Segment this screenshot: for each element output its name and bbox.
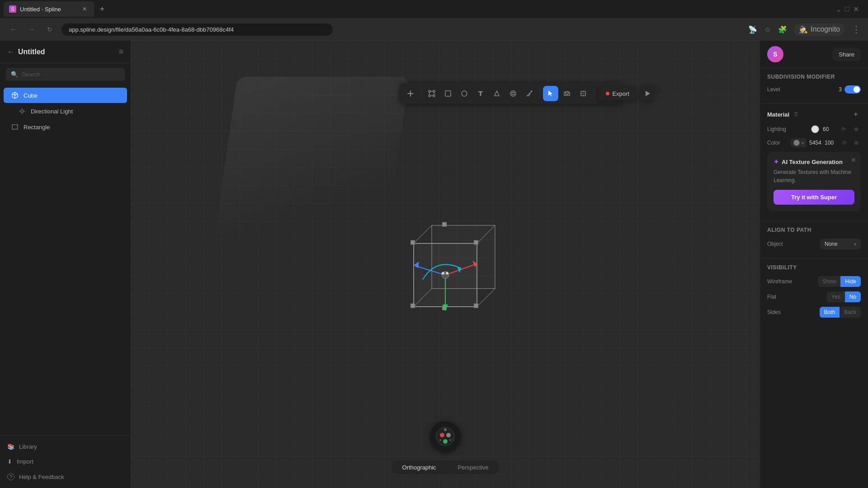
- scene-item-directional-light[interactable]: Directional Light: [4, 103, 127, 119]
- sidebar-footer: 📚 Library ⬇ Import ? Help & Feedback: [0, 435, 131, 488]
- scene-item-rectangle[interactable]: Rectangle: [4, 119, 127, 135]
- svg-point-13: [512, 92, 514, 95]
- material-add-button[interactable]: +: [851, 109, 861, 119]
- library-item[interactable]: 📚 Library: [0, 439, 131, 454]
- cast-icon[interactable]: 📡: [748, 25, 757, 34]
- bookmark-icon[interactable]: ☆: [764, 25, 771, 34]
- wireframe-show-option[interactable]: Show: [818, 276, 840, 287]
- visibility-section: Visibility Wireframe Show Hide Flat Yes …: [760, 258, 868, 328]
- share-button[interactable]: Share: [832, 48, 861, 61]
- color-swatch-button[interactable]: ▾: [791, 138, 807, 147]
- cube-3d[interactable]: [382, 203, 509, 331]
- restore-control[interactable]: □: [845, 5, 849, 13]
- user-avatar[interactable]: S: [767, 46, 783, 62]
- color-opacity: 100: [825, 140, 837, 146]
- svg-point-45: [439, 439, 441, 441]
- torus-tool-button[interactable]: [505, 86, 521, 101]
- svg-point-42: [446, 433, 451, 437]
- new-tab-button[interactable]: +: [96, 3, 108, 15]
- svg-point-46: [449, 439, 451, 441]
- menu-dots-icon[interactable]: ⋮: [852, 24, 861, 35]
- extensions-icon[interactable]: 🧩: [778, 25, 787, 34]
- text-tool-button[interactable]: [473, 86, 488, 101]
- forward-nav-button[interactable]: →: [25, 23, 38, 36]
- tab-bar: S Untitled · Spline ✕ + ⌄ □ ✕: [0, 0, 868, 18]
- sides-label: Sides: [767, 309, 781, 315]
- sidebar: ← Untitled ≡ 🔍 Cube: [0, 41, 131, 488]
- perspective-view-button[interactable]: Perspective: [447, 460, 500, 474]
- tab-close-button[interactable]: ✕: [80, 5, 89, 13]
- url-input[interactable]: [61, 23, 333, 36]
- align-path-section: Align To Path Object None ▾: [760, 221, 868, 258]
- orthographic-view-button[interactable]: Orthographic: [391, 460, 447, 474]
- toolbar-divider-2: [540, 89, 540, 99]
- library-label: Library: [19, 443, 37, 450]
- back-nav-button[interactable]: ←: [7, 23, 20, 36]
- select-tool-button[interactable]: [543, 86, 558, 101]
- cone-tool-button[interactable]: [489, 86, 505, 101]
- camera-tool-button[interactable]: [559, 86, 575, 101]
- svg-point-44: [444, 428, 447, 431]
- pen-tool-button[interactable]: [522, 86, 537, 101]
- transform-tool-button[interactable]: [424, 86, 439, 101]
- rect-tool-button[interactable]: [440, 86, 456, 101]
- svg-point-7: [433, 90, 435, 92]
- sidebar-menu-button[interactable]: ≡: [118, 47, 123, 56]
- lighting-reset-button[interactable]: ⟳: [839, 125, 848, 134]
- wireframe-row: Wireframe Show Hide: [767, 276, 861, 287]
- play-button[interactable]: [640, 86, 656, 101]
- ai-card-close-button[interactable]: ✕: [851, 156, 856, 164]
- align-dropdown-chevron: ▾: [854, 242, 856, 247]
- active-tab[interactable]: S Untitled · Spline ✕: [4, 1, 94, 17]
- color-link-button[interactable]: ⊕: [852, 138, 861, 147]
- export-button[interactable]: Export: [599, 87, 637, 100]
- flat-no-option[interactable]: No: [845, 291, 861, 302]
- canvas-area[interactable]: 233% Export: [131, 41, 760, 488]
- sides-back-option[interactable]: Back: [840, 307, 861, 318]
- svg-rect-24: [410, 240, 415, 245]
- lighting-value: 60: [823, 126, 835, 132]
- lighting-link-button[interactable]: ⊕: [852, 125, 861, 134]
- toolbar-inner: 233%: [399, 83, 623, 104]
- wireframe-hide-option[interactable]: Hide: [840, 276, 861, 287]
- search-icon: 🔍: [11, 71, 18, 78]
- flat-yes-option[interactable]: Yes: [827, 291, 845, 302]
- close-control[interactable]: ✕: [853, 5, 859, 14]
- align-object-dropdown[interactable]: None ▾: [820, 239, 861, 249]
- lighting-color-dot[interactable]: [811, 125, 819, 133]
- color-value: 5454: [809, 140, 822, 146]
- cube-icon: [11, 91, 19, 99]
- toolbar-divider-3: [594, 89, 594, 99]
- circle-tool-button[interactable]: [457, 86, 472, 101]
- svg-rect-28: [442, 222, 447, 227]
- help-item[interactable]: ? Help & Feedback: [0, 469, 131, 484]
- export-status-dot: [606, 92, 609, 95]
- add-tool-button[interactable]: [403, 86, 418, 101]
- ai-card-title: ✦ AI Texture Generation: [774, 158, 854, 165]
- sidebar-back-button[interactable]: ←: [7, 48, 14, 56]
- camera-orientation-control[interactable]: [430, 421, 461, 452]
- search-input[interactable]: [22, 71, 120, 78]
- toolbar-divider-1: [421, 89, 421, 99]
- svg-point-6: [429, 90, 430, 92]
- level-toggle[interactable]: [844, 85, 861, 94]
- try-super-button[interactable]: Try it with Super: [774, 190, 854, 205]
- wireframe-label: Wireframe: [767, 278, 792, 285]
- level-label: Level: [767, 86, 780, 93]
- minimize-control[interactable]: ⌄: [835, 5, 841, 14]
- sides-both-option[interactable]: Both: [820, 307, 840, 318]
- svg-rect-26: [410, 304, 415, 308]
- scene-item-cube[interactable]: Cube: [4, 88, 127, 103]
- align-object-value: None: [825, 241, 838, 247]
- rect-icon: [11, 123, 19, 131]
- reload-button[interactable]: ↻: [43, 23, 56, 36]
- ai-title-text: AI Texture Generation: [782, 159, 843, 165]
- svg-rect-25: [474, 240, 478, 245]
- search-box: 🔍: [5, 68, 125, 81]
- color-label: Color: [767, 140, 780, 146]
- crop-tool-button[interactable]: [576, 86, 591, 101]
- svg-rect-10: [445, 91, 451, 96]
- color-reset-button[interactable]: ⟳: [840, 138, 849, 147]
- material-options-button[interactable]: ⠿: [794, 111, 798, 118]
- import-item[interactable]: ⬇ Import: [0, 454, 131, 469]
